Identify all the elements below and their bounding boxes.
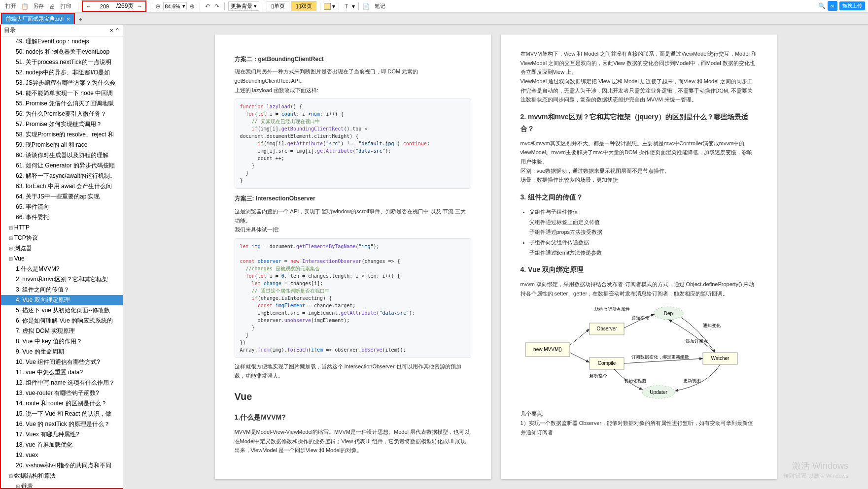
- outline-tree[interactable]: 49. 理解EventLoop：nodejs50. nodejs 和 浏览器关于…: [1, 36, 123, 488]
- outline-item[interactable]: 5. 描述下 vue 从初始化页面--修改数: [1, 305, 123, 316]
- upload-button[interactable]: 拖拽上传: [839, 1, 865, 10]
- outline-item[interactable]: 53. JS异步编程有哪些方案？为什么会: [1, 78, 123, 88]
- outline-item[interactable]: 8. Vue 中 key 值的作用？: [1, 336, 123, 347]
- svg-text:Watcher: Watcher: [711, 356, 729, 361]
- para: 几个要点:: [521, 409, 757, 419]
- tab-active[interactable]: 前端大厂面试题宝典.pdf ×: [1, 13, 75, 24]
- outline-sidebar: 目录 × ⌃ 49. 理解EventLoop：nodejs50. nodejs …: [0, 25, 123, 489]
- outline-item[interactable]: 60. 谈谈你对生成器以及协程的理解: [1, 150, 123, 161]
- notes-button[interactable]: 笔记: [372, 1, 388, 11]
- close-icon[interactable]: ×: [67, 16, 69, 22]
- double-page-button[interactable]: ▯▯双页: [291, 1, 316, 11]
- text-icon[interactable]: T: [343, 2, 350, 10]
- outline-item[interactable]: 58. 实现Promise的 resolve、reject 和: [1, 130, 123, 140]
- heading: 方案二：getBoundingClientRect: [235, 54, 471, 64]
- outline-item[interactable]: 51. 关于process.nextTick的一点说明: [1, 57, 123, 67]
- section-ds[interactable]: 数据结构和算法: [1, 471, 123, 481]
- svg-text:new MVVM(): new MVVM(): [533, 347, 562, 352]
- page-viewport[interactable]: 方案二：getBoundingClientRect 现在我们用另外一种方式来判断…: [123, 25, 868, 489]
- outline-item[interactable]: 57. Promise 如何实现链式调用？: [1, 119, 123, 130]
- outline-item[interactable]: 1.什么是MVVM?: [1, 264, 123, 274]
- outline-item[interactable]: 63. forEach 中用 await 会产生什么问: [1, 181, 123, 192]
- outline-item[interactable]: 15. 说一下 Vue 和 React 的认识，做: [1, 409, 123, 419]
- outline-item[interactable]: 11. vue 中怎么重置 data?: [1, 367, 123, 378]
- section-tcp[interactable]: TCP协议: [1, 233, 123, 243]
- redo-icon[interactable]: ↷: [213, 2, 221, 10]
- outline-item[interactable]: 50. nodejs 和 浏览器关于eventLoop: [1, 47, 123, 57]
- outline-item[interactable]: 10. Vue 组件间通信有哪些方式?: [1, 357, 123, 367]
- heading: 3. 组件之间的传值？: [521, 192, 757, 203]
- single-page-button[interactable]: ▯单页: [267, 1, 289, 11]
- outline-item[interactable]: 16. Vue 的 nextTick 的原理是什么？: [1, 419, 123, 429]
- para: mvc和mvvm其实区别并不大。都是一种设计思想。主要就是mvc中Control…: [521, 139, 757, 166]
- outline-item[interactable]: 55. Promise 凭借什么消灭了回调地狱: [1, 98, 123, 109]
- zoom-out-icon[interactable]: ⊖: [154, 2, 162, 10]
- section-browser[interactable]: 浏览器: [1, 243, 123, 254]
- outline-item[interactable]: 13. vue-router 有哪些钩子函数?: [1, 388, 123, 398]
- section-http[interactable]: HTTP: [1, 223, 123, 233]
- section-vue[interactable]: Vue: [1, 254, 123, 264]
- paste-icon[interactable]: 📋: [21, 2, 29, 10]
- highlight-color[interactable]: [324, 3, 331, 10]
- outline-item[interactable]: 54. 能不能简单实现一下 node 中回调: [1, 88, 123, 98]
- prev-page-icon[interactable]: ←: [85, 2, 93, 10]
- save-as-button[interactable]: 另存: [30, 1, 47, 11]
- page-input[interactable]: [95, 3, 114, 9]
- para: 区别：vue数据驱动，通过数据来显示视图层而不是节点操作。: [521, 166, 757, 176]
- para: 这是浏览器内置的一个 API，实现了 监听window的scroll事件、判断是…: [235, 207, 471, 225]
- bg-select[interactable]: 更换背景 ▾: [228, 1, 259, 11]
- notes-icon[interactable]: 📄: [362, 2, 370, 10]
- tab-bar: 前端大厂面试题宝典.pdf × +: [0, 13, 868, 25]
- outline-item[interactable]: 66. 事件委托: [1, 212, 123, 223]
- outline-item[interactable]: 9. Vue 的生命周期: [1, 347, 123, 357]
- cloud-icon[interactable]: ∞: [828, 1, 837, 11]
- svg-text:初始化视图: 初始化视图: [624, 378, 646, 383]
- print-button[interactable]: 打印: [58, 1, 74, 11]
- svg-text:Updater: Updater: [650, 390, 667, 395]
- para: 上述的 lazyload 函数改成下面这样:: [235, 86, 471, 95]
- search-icon[interactable]: 🔍: [818, 2, 826, 10]
- outline-item[interactable]: 65. 事件流向: [1, 202, 123, 212]
- heading: 4. Vue 双向绑定原理: [521, 264, 757, 276]
- heading: 1.什么是MVVM?: [235, 412, 471, 424]
- para: MVVM是Model-View-ViewModel的缩写。MVVM是一种设计思想…: [235, 427, 471, 455]
- outline-item[interactable]: 18. vue 首屏加载优化: [1, 440, 123, 450]
- svg-text:劫持监听所有属性: 劫持监听所有属性: [594, 307, 630, 312]
- undo-icon[interactable]: ↶: [204, 2, 211, 10]
- outline-item[interactable]: 56. 为什么Promise要引入微任务？: [1, 109, 123, 119]
- outline-item[interactable]: 17. Vuex 有哪几种属性?: [1, 429, 123, 440]
- next-page-icon[interactable]: →: [136, 2, 143, 10]
- svg-text:通知变化: 通知变化: [703, 323, 721, 328]
- page-right: 在MVVM架构下，View 和 Model 之间并没有直接的联系，而是通过Vie…: [501, 34, 777, 479]
- section-linklist[interactable]: 链表: [1, 481, 123, 488]
- svg-text:Compile: Compile: [597, 360, 616, 366]
- svg-text:通知变化: 通知变化: [631, 316, 649, 321]
- outline-item[interactable]: 49. 理解EventLoop：nodejs: [1, 36, 123, 47]
- page-navigation: ← /269页 →: [82, 0, 146, 12]
- outline-item[interactable]: 52. nodejs中的异步、非阻塞I/O是如: [1, 67, 123, 78]
- outline-item[interactable]: 3. 组件之间的传值？: [1, 285, 123, 295]
- outline-item[interactable]: 14. route 和 router 的区别是什么？: [1, 398, 123, 409]
- list-item: 子组件向父组件传递数据: [529, 238, 757, 247]
- new-tab-button[interactable]: +: [75, 15, 86, 24]
- outline-item[interactable]: 59. 现Promise的 all 和 race: [1, 140, 123, 150]
- zoom-select[interactable]: 84.6%▾: [163, 2, 186, 10]
- zoom-in-icon[interactable]: ⊕: [188, 2, 196, 10]
- outline-item[interactable]: 19. vuex: [1, 450, 123, 460]
- open-button[interactable]: 打开: [2, 1, 19, 11]
- sidebar-close-icon[interactable]: ×: [110, 27, 113, 34]
- sidebar-caret-icon[interactable]: ⌃: [115, 27, 120, 34]
- outline-item[interactable]: 61. 如何让 Generator 的异步代码按顺: [1, 161, 123, 171]
- outline-item[interactable]: 2. mvvm和mvc区别？它和其它框架: [1, 274, 123, 285]
- outline-item[interactable]: 64. 关于JS中一些重要的api实现: [1, 192, 123, 202]
- outline-item[interactable]: 62. 解释一下async/await的运行机制。: [1, 171, 123, 181]
- outline-item[interactable]: 20. v-show和v-if指令的共同点和不同: [1, 460, 123, 471]
- para: 现在我们用另外一种方式来判断图片是否出现在了当前视口，即 DOM 元素的 get…: [235, 67, 471, 85]
- para: ViewModel 通过双向数据绑定把 View 层和 Model 层连接了起来…: [521, 77, 757, 104]
- outline-item[interactable]: 12. 组件中写 name 选项有什么作用？: [1, 378, 123, 388]
- outline-item[interactable]: 4. Vue 双向绑定原理: [1, 295, 123, 305]
- outline-item[interactable]: 6. 你是如何理解 Vue 的响应式系统的: [1, 316, 123, 326]
- outline-item[interactable]: 7. 虚拟 DOM 实现原理: [1, 326, 123, 336]
- print-icon[interactable]: 🖨: [48, 2, 56, 10]
- heading-vue: Vue: [235, 388, 471, 405]
